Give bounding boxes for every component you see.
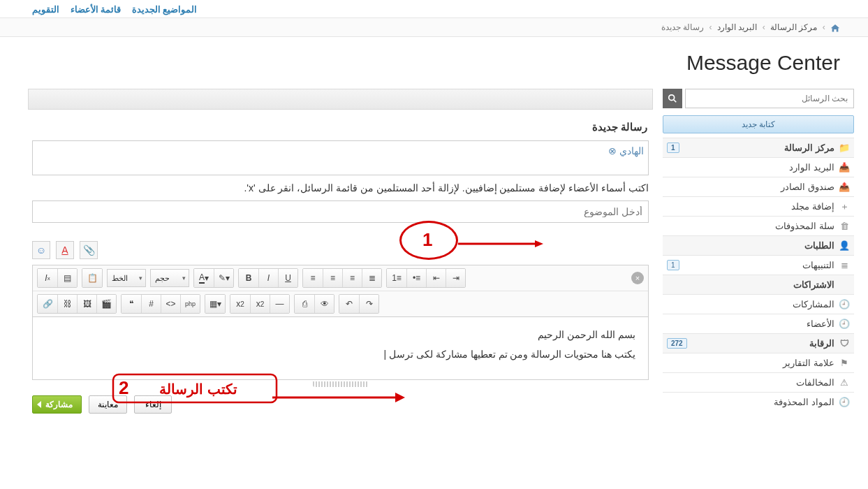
nav-new-topics[interactable]: المواضيع الجديدة — [132, 4, 198, 15]
align-justify-button[interactable]: ≣ — [362, 269, 381, 287]
page-break-button[interactable]: ⎙ — [295, 295, 314, 313]
ordered-list-button[interactable]: 1≡ — [387, 269, 406, 287]
home-icon[interactable] — [830, 24, 840, 32]
outdent-button[interactable]: ⇤ — [426, 269, 446, 287]
sidebar-item-2[interactable]: 📤صندوق الصادر — [663, 177, 854, 196]
shield-icon: 🛡 — [839, 339, 850, 349]
sidebar-item-13[interactable]: 🕘المواد المحذوفة — [663, 392, 854, 411]
underline-button[interactable]: U — [278, 269, 297, 287]
top-nav: التقويم قائمة الأعضاء المواضيع الجديدة — [0, 0, 868, 17]
inbox-in-icon: 📥 — [839, 163, 850, 173]
sidebar-item-3[interactable]: ＋إضافة مجلد — [663, 196, 854, 216]
sidebar-item-12[interactable]: ⚠المخالفات — [663, 372, 854, 392]
svg-point-0 — [669, 95, 675, 101]
unordered-list-button[interactable]: •≡ — [406, 269, 426, 287]
blank-icon — [839, 280, 850, 290]
quote-button[interactable]: ❝ — [122, 295, 141, 313]
smiley-icon: ☺ — [36, 245, 46, 256]
breadcrumb-inbox[interactable]: البريد الوارد — [717, 22, 757, 32]
nav-calendar[interactable]: التقويم — [32, 4, 59, 15]
sidebar-item-label: الطلبات — [804, 240, 834, 251]
search-input[interactable] — [685, 89, 854, 108]
hr-button[interactable]: — — [270, 295, 289, 313]
superscript-button[interactable]: x2 — [250, 295, 270, 313]
resize-handle[interactable] — [313, 381, 369, 387]
recipients-input[interactable]: الهادي ⊗ — [32, 140, 649, 175]
indent-button[interactable]: ⇥ — [446, 269, 465, 287]
submit-button[interactable]: مشاركة — [32, 395, 82, 414]
image-button[interactable]: 🖼 — [77, 295, 96, 313]
recipient-chip: الهادي ⊗ — [608, 145, 644, 156]
link-button[interactable]: 🔗 — [38, 295, 57, 313]
preview-button[interactable]: 👁 — [314, 295, 334, 313]
table-button[interactable]: ▦▾ — [205, 295, 225, 313]
sidebar-item-6[interactable]: ≣التنبيهات1 — [663, 255, 854, 275]
font-a-icon: A — [61, 245, 68, 256]
sidebar-item-10[interactable]: 🛡الرقابة272 — [663, 333, 854, 353]
align-left-button[interactable]: ≡ — [303, 269, 323, 287]
sidebar-badge: 272 — [667, 338, 687, 349]
sidebar-item-1[interactable]: 📥البريد الوارد — [663, 157, 854, 177]
sidebar-item-11[interactable]: ⚑علامة التقارير — [663, 353, 854, 372]
sidebar-item-label: الاشتراكات — [793, 279, 834, 290]
inbox-out-icon: 📤 — [839, 182, 850, 192]
breadcrumb: › مركز الرسالة › البريد الوارد › رسالة ج… — [0, 17, 868, 37]
sidebar-item-4[interactable]: 🗑سلة المحذوفات — [663, 216, 854, 235]
subscript-button[interactable]: x2 — [230, 295, 250, 313]
folder-icon: 📁 — [839, 143, 850, 153]
sidebar-item-label: المشاركات — [793, 299, 834, 309]
sidebar-item-5[interactable]: 👤الطلبات — [663, 235, 854, 255]
php-button[interactable]: php — [180, 295, 200, 313]
bg-color-button[interactable]: ✎▾ — [214, 269, 233, 287]
compose-button[interactable]: كتابة جديد — [663, 115, 854, 133]
italic-button[interactable]: I — [258, 269, 278, 287]
redo-button[interactable]: ↷ — [359, 295, 378, 313]
remove-recipient-icon[interactable]: ⊗ — [608, 145, 617, 156]
sidebar-item-9[interactable]: 🕘الأعضاء — [663, 314, 854, 333]
sidebar-item-label: المواد المحذوفة — [774, 397, 834, 407]
list-icon: ≣ — [839, 261, 850, 270]
bold-button[interactable]: B — [239, 269, 258, 287]
sidebar-item-label: الأعضاء — [807, 319, 834, 329]
toolbar-collapse-icon[interactable]: × — [631, 272, 644, 284]
preview-action-button[interactable]: معاينة — [89, 395, 127, 414]
text-color-button[interactable]: A▾ — [194, 269, 214, 287]
source-button[interactable]: ▤ — [57, 269, 77, 287]
font-family-select[interactable]: الخط — [107, 269, 146, 287]
html-button[interactable]: <> — [161, 295, 180, 313]
remove-format-button[interactable]: Ix — [38, 269, 57, 287]
sidebar-item-8[interactable]: 🕘المشاركات — [663, 294, 854, 314]
font-size-select[interactable]: حجم — [150, 269, 189, 287]
nav-members[interactable]: قائمة الأعضاء — [71, 4, 122, 15]
emoji-button[interactable]: ☺ — [32, 241, 50, 259]
unlink-button[interactable]: ⛓ — [57, 295, 77, 313]
editor-body[interactable]: بسم الله الرحمن الرحيم يكتب هنا محتويات … — [32, 317, 649, 380]
search-button[interactable] — [663, 89, 682, 108]
sidebar-item-label: إضافة مجلد — [791, 201, 834, 212]
sidebar-badge: 1 — [667, 260, 679, 270]
sidebar-item-label: علامة التقارير — [783, 358, 834, 368]
editor-line-2: يكتب هنا محتويات الرسالة ومن تم تعطيها م… — [45, 346, 635, 362]
plus-icon: ＋ — [839, 202, 850, 212]
sidebar-item-7[interactable]: الاشتراكات — [663, 275, 854, 294]
recipients-help: اكتب أسماء الأعضاء لإضافة مستلمين إضافيي… — [32, 182, 649, 194]
form-title: رسالة جديدة — [32, 121, 649, 133]
user-icon: 👤 — [839, 241, 850, 251]
align-right-button[interactable]: ≡ — [342, 269, 362, 287]
sidebar-item-label: سلة المحذوفات — [775, 221, 834, 231]
paste-button[interactable]: 📋 — [82, 269, 102, 287]
align-center-button[interactable]: ≡ — [323, 269, 342, 287]
clock-icon: 🕘 — [839, 300, 850, 309]
undo-button[interactable]: ↶ — [339, 295, 359, 313]
breadcrumb-center[interactable]: مركز الرسالة — [770, 22, 817, 32]
sidebar-item-0[interactable]: 📁مركز الرسالة1 — [663, 138, 854, 157]
attachment-button[interactable]: 📎 — [80, 241, 98, 259]
cancel-button[interactable]: إلغاء — [134, 395, 172, 414]
page-title: Message Center — [0, 37, 868, 89]
code-button[interactable]: # — [141, 295, 161, 313]
video-button[interactable]: 🎬 — [96, 295, 116, 313]
subject-input[interactable] — [32, 200, 649, 223]
warn-icon: ⚠ — [839, 378, 850, 388]
sidebar-badge: 1 — [667, 143, 679, 153]
font-color-shortcut[interactable]: A — [56, 241, 74, 259]
